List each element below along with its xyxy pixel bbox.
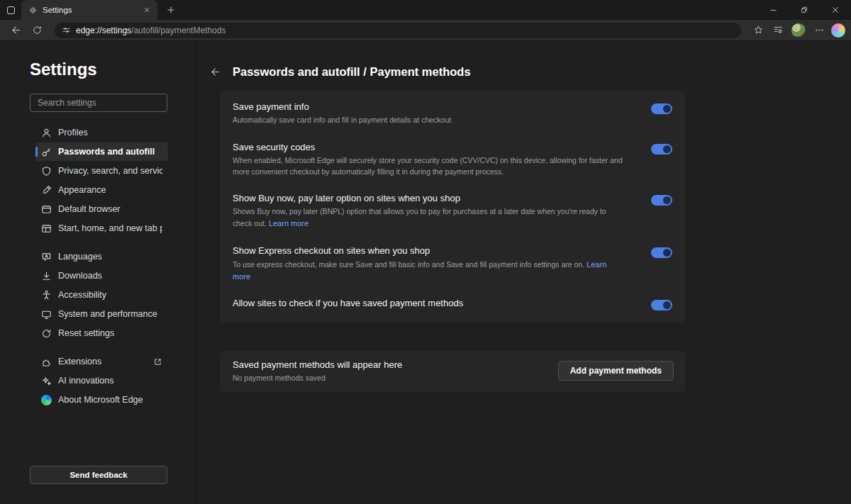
sidebar-nav: Profiles Passwords and autofill Privacy,…	[35, 123, 168, 409]
learn-more-link[interactable]: Learn more	[269, 219, 308, 228]
toggle-express-checkout[interactable]	[651, 247, 672, 258]
sidebar-item-privacy[interactable]: Privacy, search, and services	[35, 162, 168, 180]
nav-group-gap	[35, 343, 168, 352]
setting-title: Save payment info	[233, 101, 623, 112]
close-icon[interactable]	[820, 0, 851, 20]
more-icon[interactable]	[810, 21, 828, 40]
tab-title: Settings	[43, 6, 135, 14]
setting-description: Shows Buy now, pay later (BNPL) option t…	[233, 206, 623, 230]
setting-row-save-security-codes: Save security codes When enabled, Micros…	[220, 135, 685, 186]
sidebar-item-languages[interactable]: Languages	[35, 247, 168, 266]
payment-settings-card: Save payment info Automatically save car…	[220, 91, 685, 323]
setting-text: Save security codes When enabled, Micros…	[233, 142, 651, 178]
sidebar-item-appearance[interactable]: Appearance	[35, 181, 168, 199]
tab-strip: Settings	[0, 0, 851, 20]
sidebar-item-reset-settings[interactable]: Reset settings	[35, 324, 168, 342]
url-path: /autofill/paymentMethods	[131, 26, 226, 35]
sidebar-item-extensions[interactable]: Extensions	[35, 352, 168, 371]
sidebar-item-label: Reset settings	[58, 328, 114, 338]
setting-row-save-payment-info: Save payment info Automatically save car…	[220, 94, 685, 135]
sidebar-item-label: Passwords and autofill	[58, 147, 155, 157]
sidebar-item-default-browser[interactable]: Default browser	[35, 200, 168, 218]
sidebar-item-label: Extensions	[58, 357, 101, 366]
person-icon	[41, 128, 52, 138]
sidebar-item-profiles[interactable]: Profiles	[35, 123, 168, 142]
add-payment-methods-button[interactable]: Add payment methods	[558, 361, 674, 381]
sidebar-item-label: Privacy, search, and services	[58, 166, 162, 176]
sidebar-item-about-edge[interactable]: About Microsoft Edge	[35, 391, 168, 409]
sidebar-item-label: Default browser	[58, 204, 121, 214]
browser-window: Settings	[0, 0, 851, 504]
setting-title: Show Express checkout on sites when you …	[233, 245, 623, 256]
edge-logo-icon	[41, 395, 52, 405]
open-external-icon	[153, 357, 162, 366]
setting-text: Allow sites to check if you have saved p…	[233, 298, 651, 308]
sidebar-item-system-performance[interactable]: System and performance	[35, 305, 168, 323]
key-icon	[41, 147, 52, 157]
browser-toolbar: edge://settings/autofill/paymentMethods	[0, 20, 851, 41]
saved-payment-subtitle: No payment methods saved	[233, 374, 402, 382]
sidebar-item-label: AI innovations	[58, 376, 114, 386]
setting-text: Save payment info Automatically save car…	[233, 101, 651, 126]
sidebar-item-label: Accessibility	[58, 290, 106, 300]
saved-payment-methods-card: Saved payment methods will appear here N…	[220, 351, 685, 392]
favorite-star-icon[interactable]	[749, 21, 767, 40]
setting-description: When enabled, Microsoft Edge will secure…	[233, 155, 623, 178]
setting-row-bnpl: Show Buy now, pay later option on sites …	[220, 186, 685, 238]
setting-description: Automatically save card info and fill in…	[233, 115, 623, 126]
setting-text: Show Express checkout on sites when you …	[233, 245, 651, 283]
tab-actions-icon[interactable]	[0, 0, 21, 20]
monitor-icon	[41, 309, 52, 320]
page-content: Settings Profiles Passwords and autofill…	[0, 41, 851, 504]
setting-text: Show Buy now, pay later option on sites …	[233, 193, 651, 230]
reset-icon	[41, 328, 52, 339]
sparkle-icon	[41, 376, 52, 386]
restore-icon[interactable]	[789, 0, 820, 20]
profile-avatar[interactable]	[791, 23, 806, 38]
sidebar-item-downloads[interactable]: Downloads	[35, 267, 168, 285]
minimize-icon[interactable]	[757, 0, 789, 20]
toggle-save-payment-info[interactable]	[651, 103, 672, 114]
address-bar[interactable]: edge://settings/autofill/paymentMethods	[54, 22, 742, 39]
setting-description-text: To use express checkout, make sure Save …	[233, 260, 584, 269]
puzzle-icon	[41, 357, 52, 367]
language-icon	[41, 252, 52, 262]
toggle-allow-sites-check[interactable]	[651, 300, 672, 310]
toggle-save-security-codes[interactable]	[651, 144, 672, 155]
settings-main: Passwords and autofill / Payment methods…	[196, 41, 851, 504]
gear-icon	[28, 6, 38, 15]
setting-description: To use express checkout, make sure Save …	[233, 259, 623, 283]
window-controls	[757, 0, 851, 20]
page-header: Passwords and autofill / Payment methods	[206, 62, 851, 81]
sidebar-item-start-home-newtab[interactable]: Start, home, and new tab page	[35, 219, 168, 237]
copilot-icon[interactable]	[831, 23, 845, 38]
sidebar-item-label: Downloads	[58, 271, 102, 281]
setting-row-allow-sites-check: Allow sites to check if you have saved p…	[220, 291, 685, 319]
saved-payment-title: Saved payment methods will appear here	[233, 359, 402, 370]
sidebar-item-ai-innovations[interactable]: AI innovations	[35, 371, 168, 390]
sidebar-item-accessibility[interactable]: Accessibility	[35, 286, 168, 304]
accessibility-icon	[41, 290, 52, 301]
sidebar-item-passwords-and-autofill[interactable]: Passwords and autofill	[35, 142, 168, 161]
settings-sidebar: Settings Profiles Passwords and autofill…	[0, 41, 196, 504]
send-feedback-button[interactable]: Send feedback	[30, 466, 167, 484]
saved-payment-text: Saved payment methods will appear here N…	[233, 359, 402, 382]
search-settings-input[interactable]	[30, 94, 167, 112]
brush-icon	[41, 185, 52, 196]
tab-close-icon[interactable]	[140, 4, 153, 16]
sidebar-item-label: About Microsoft Edge	[58, 395, 143, 405]
back-arrow-icon[interactable]	[206, 62, 224, 81]
setting-title: Save security codes	[233, 142, 623, 152]
refresh-icon[interactable]	[27, 21, 47, 40]
toggle-bnpl[interactable]	[651, 195, 672, 206]
setting-title: Show Buy now, pay later option on sites …	[233, 193, 623, 203]
new-tab-button[interactable]	[162, 1, 180, 18]
sidebar-item-label: Appearance	[58, 185, 106, 195]
favorites-hub-icon[interactable]	[769, 21, 787, 40]
layout-icon	[41, 223, 52, 234]
back-icon[interactable]	[6, 21, 26, 40]
page-title: Passwords and autofill / Payment methods	[233, 65, 471, 79]
tab-settings[interactable]: Settings	[21, 0, 157, 20]
sidebar-item-label: Profiles	[58, 128, 88, 138]
site-info-icon[interactable]	[62, 26, 71, 35]
